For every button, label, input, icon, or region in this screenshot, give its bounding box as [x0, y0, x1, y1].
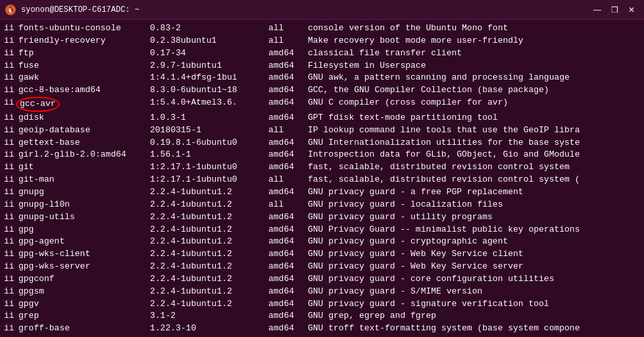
row-package-name: gcc-8-base:amd64 — [18, 84, 150, 97]
row-description: classical file transfer client — [308, 47, 640, 60]
row-arch: amd64 — [268, 186, 308, 199]
table-row: iigit-man1:2.17.1-1ubuntu0allfast, scala… — [4, 174, 640, 186]
table-row: iignupg-l10n2.2.4-1ubuntu1.2allGNU priva… — [4, 199, 640, 211]
row-arch: amd64 — [268, 236, 308, 248]
row-arch: amd64 — [268, 323, 308, 335]
row-status: ii — [4, 124, 18, 137]
table-row: iignupg2.2.4-1ubuntu1.2amd64GNU privacy … — [4, 186, 640, 199]
row-description: Introspection data for GLib, GObject, Gi… — [308, 149, 640, 161]
maximize-button[interactable]: ❒ — [607, 3, 622, 17]
row-description: GPT fdisk text-mode partitioning tool — [308, 112, 640, 124]
row-status: ii — [4, 47, 18, 60]
row-version: 2.2.4-1ubuntu1.2 — [150, 286, 268, 298]
row-version: 1.56.1-1 — [150, 149, 268, 161]
row-version: 1.22.3-10 — [150, 323, 268, 335]
table-row: iigpg-wks-server2.2.4-1ubuntu1.2amd64GNU… — [4, 261, 640, 273]
table-row: iigettext-base0.19.8.1-6ubuntu0amd64GNU … — [4, 137, 640, 149]
table-row: iifonts-ubuntu-console0.83-2allconsole v… — [4, 22, 640, 35]
row-arch: amd64 — [268, 47, 308, 60]
row-status: ii — [4, 310, 18, 323]
row-arch: amd64 — [268, 161, 308, 174]
table-row: iigrep3.1-2amd64GNU grep, egrep and fgre… — [4, 310, 640, 323]
row-status: ii — [4, 298, 18, 311]
table-row: iigeoip-database20180315-1allIP lookup c… — [4, 124, 640, 137]
title-bar: 🐧 syonon@DESKTOP-C617ADC: ~ — ❒ ✕ — [0, 0, 644, 20]
row-arch: amd64 — [268, 137, 308, 149]
row-status: ii — [4, 137, 18, 149]
minimize-button[interactable]: — — [590, 3, 605, 17]
row-package-name: gpgconf — [18, 273, 150, 286]
row-arch: all — [268, 35, 308, 47]
row-arch: all — [268, 199, 308, 211]
row-description: GNU privacy guard - core configuration u… — [308, 273, 640, 286]
row-package-name: girl.2-glib-2.0:amd64 — [18, 149, 150, 161]
row-package-name: gnupg — [18, 186, 150, 199]
row-package-name: gpg-wks-server — [18, 261, 150, 273]
row-status: ii — [4, 60, 18, 72]
table-row: iifuse2.9.7-1ubuntu1amd64Filesystem in U… — [4, 60, 640, 72]
row-arch: amd64 — [268, 97, 308, 112]
window-title: syonon@DESKTOP-C617ADC: ~ — [21, 5, 139, 14]
terminal-content: iifonts-ubuntu-console0.83-2allconsole v… — [0, 20, 644, 337]
row-description: GCC, the GNU Compiler Collection (base p… — [308, 84, 640, 97]
row-package-name: gdisk — [18, 112, 150, 124]
table-row: iiftp0.17-34amd64classical file transfer… — [4, 47, 640, 60]
row-description: GNU privacy guard - S/MIME version — [308, 286, 640, 298]
row-description: Filesystem in Userspace — [308, 60, 640, 72]
row-package-name: groff-base — [18, 323, 150, 335]
table-row: iigirl.2-glib-2.0:amd641.56.1-1amd64Intr… — [4, 149, 640, 161]
close-button[interactable]: ✕ — [624, 3, 639, 17]
row-package-name: friendly-recovery — [18, 35, 150, 47]
row-arch: all — [268, 174, 308, 186]
row-version: 2.2.4-1ubuntu1.2 — [150, 261, 268, 273]
row-package-name: gettext-base — [18, 137, 150, 149]
row-version: 2.2.4-1ubuntu1.2 — [150, 236, 268, 248]
row-description: console version of the Ubuntu Mono font — [308, 22, 640, 35]
table-row: iigcc-8-base:amd648.3.0-6ubuntu1~18amd64… — [4, 84, 640, 97]
row-version: 3.1-2 — [150, 310, 268, 323]
row-version: 2.2.4-1ubuntu1.2 — [150, 298, 268, 311]
row-status: ii — [4, 35, 18, 47]
row-description: GNU Internationalization utilities for t… — [308, 137, 640, 149]
row-arch: amd64 — [268, 298, 308, 311]
table-row: iignupg-utils2.2.4-1ubuntu1.2amd64GNU pr… — [4, 211, 640, 224]
row-description: Make recovery boot mode more user-friend… — [308, 35, 640, 47]
row-status: ii — [4, 211, 18, 224]
row-version: 2.2.4-1ubuntu1.2 — [150, 273, 268, 286]
row-status: ii — [4, 186, 18, 199]
row-version: 2.2.4-1ubuntu1.2 — [150, 248, 268, 261]
row-package-name: ftp — [18, 47, 150, 60]
table-row: iigdisk1.0.3-1amd64GPT fdisk text-mode p… — [4, 112, 640, 124]
row-description: GNU C compiler (cross compiler for avr) — [308, 97, 640, 112]
row-arch: amd64 — [268, 84, 308, 97]
table-row: iigawk1:4.1.4+dfsg-1buiamd64GNU awk, a p… — [4, 72, 640, 84]
row-version: 0.83-2 — [150, 22, 268, 35]
row-description: GNU awk, a pattern scanning and processi… — [308, 72, 640, 84]
row-arch: all — [268, 124, 308, 137]
row-version: 2.2.4-1ubuntu1.2 — [150, 199, 268, 211]
row-arch: all — [268, 22, 308, 35]
row-arch: amd64 — [268, 310, 308, 323]
table-row: iigcc-avr1:5.4.0+Atmel3.6.amd64GNU C com… — [4, 97, 640, 112]
row-package-name: gcc-avr — [18, 97, 150, 112]
row-status: ii — [4, 224, 18, 236]
row-arch: amd64 — [268, 60, 308, 72]
row-description: GNU privacy guard - Web Key Service clie… — [308, 248, 640, 261]
row-version: 2.2.4-1ubuntu1.2 — [150, 186, 268, 199]
title-bar-left: 🐧 syonon@DESKTOP-C617ADC: ~ — [5, 5, 139, 15]
row-description: GNU privacy guard - a free PGP replaceme… — [308, 186, 640, 199]
row-package-name: git — [18, 161, 150, 174]
row-version: 1:4.1.4+dfsg-1bui — [150, 72, 268, 84]
row-description: GNU troff text-formatting system (base s… — [308, 323, 640, 335]
row-package-name: gpgsm — [18, 286, 150, 298]
row-description: fast, scalable, distributed revision con… — [308, 161, 640, 174]
table-row: iigpgv2.2.4-1ubuntu1.2amd64GNU privacy g… — [4, 298, 640, 311]
row-status: ii — [4, 286, 18, 298]
row-package-name: fonts-ubuntu-console — [18, 22, 150, 35]
row-status: ii — [4, 248, 18, 261]
row-description: GNU privacy guard - Web Key Service serv… — [308, 261, 640, 273]
row-status: ii — [4, 323, 18, 335]
window-controls: — ❒ ✕ — [590, 3, 639, 17]
table-row: iigpgsm2.2.4-1ubuntu1.2amd64GNU privacy … — [4, 286, 640, 298]
row-status: ii — [4, 112, 18, 124]
